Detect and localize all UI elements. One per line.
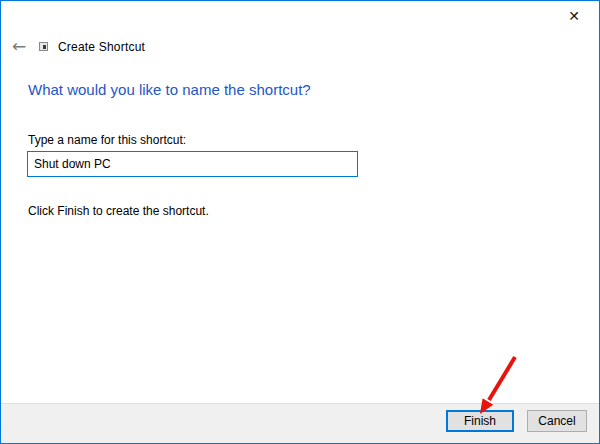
close-icon[interactable]: ✕	[559, 4, 589, 28]
back-arrow-icon[interactable]: ←	[8, 35, 30, 57]
shortcut-name-input[interactable]	[27, 151, 358, 177]
finish-instruction: Click Finish to create the shortcut.	[28, 204, 209, 218]
create-shortcut-window: ✕ ← Create Shortcut What would you like …	[0, 0, 600, 444]
cancel-button[interactable]: Cancel	[527, 410, 587, 432]
wizard-header: ← Create Shortcut	[1, 34, 599, 60]
shortcut-name-label: Type a name for this shortcut:	[28, 133, 186, 147]
wizard-title: Create Shortcut	[58, 40, 145, 54]
finish-button[interactable]: Finish	[446, 410, 514, 432]
red-arrow-annotation	[1, 1, 600, 444]
titlebar: ✕	[1, 1, 599, 31]
page-heading: What would you like to name the shortcut…	[28, 81, 311, 98]
shortcut-mini-icon	[39, 42, 48, 51]
